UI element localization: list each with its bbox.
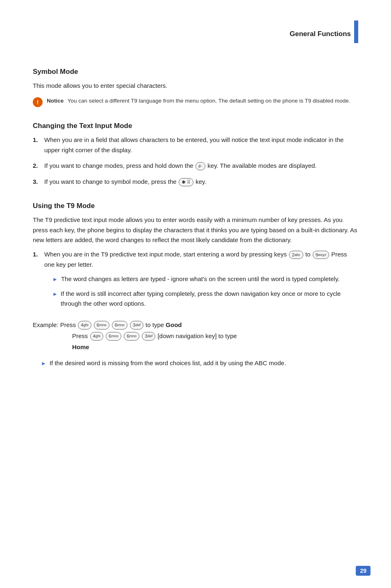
key-3def-2: 3def	[142, 332, 155, 340]
key-6mno-4: 6mno	[124, 332, 139, 340]
changing-input-list: 1. When you are in a field that allows c…	[33, 135, 358, 187]
notice-box: ! Notice You can select a different T9 l…	[33, 97, 358, 107]
bullet-arrow-icon: ►	[52, 290, 57, 299]
example-word-home: Home	[72, 343, 89, 350]
list-content-t9-1: When you are in the T9 predictive text i…	[44, 249, 358, 313]
example-word-good: Good	[166, 321, 182, 328]
example-block: Example: Press 4ghi 6mno 6mno 3def to ty…	[33, 319, 358, 352]
key-3def-1: 3def	[130, 321, 143, 329]
bullet-text-last: If the desired word is missing from the …	[50, 358, 286, 368]
bullet-text-1: The word changes as letters are typed - …	[61, 274, 340, 284]
list-item: 2. If you want to change modes, press an…	[33, 161, 358, 171]
list-item: 1. When you are in a field that allows c…	[33, 135, 358, 156]
bullet-text-2: If the word is still incorrect after typ…	[61, 289, 358, 309]
key-6mno-3: 6mno	[106, 332, 121, 340]
list-num-2: 2.	[33, 161, 41, 171]
key-4ghi-2: 4ghi	[90, 332, 103, 340]
key-4ghi-1: 4ghi	[78, 321, 91, 329]
key-6mno-2: 6mno	[112, 321, 127, 329]
bullet-arrow-icon: ►	[52, 275, 58, 284]
t9-mode-description: The T9 predictive text input mode allows…	[33, 215, 358, 245]
t9-list: 1. When you are in the T9 predictive tex…	[33, 249, 358, 313]
page-header: General Functions	[33, 25, 358, 43]
example-label: Example: Press	[33, 321, 77, 328]
header-accent-bar	[354, 21, 358, 43]
t9-mode-title: Using the T9 Mode	[33, 202, 358, 210]
key-6mno-1: 6mno	[94, 321, 109, 329]
example-type-1: to type	[145, 321, 166, 328]
example-bracket-text: [down navigation key] to type	[157, 332, 236, 339]
list-item: 3. If you want to change to symbol mode,…	[33, 177, 358, 187]
star-key: ✱︎ ⠿	[179, 178, 193, 186]
notice-text-body: You can select a different T9 language f…	[68, 98, 350, 104]
t9-bullets: ► The word changes as letters are typed …	[52, 274, 358, 309]
bullet-item: ► If the word is still incorrect after t…	[52, 289, 358, 309]
notice-icon: !	[33, 97, 43, 107]
bullet-arrow-icon: ►	[41, 359, 46, 368]
notice-label: Notice	[47, 98, 64, 104]
list-item: 1. When you are in the T9 predictive tex…	[33, 249, 358, 313]
notice-content: Notice You can select a different T9 lan…	[47, 97, 350, 105]
list-num-t9-1: 1.	[33, 249, 41, 260]
symbol-mode-title: Symbol Mode	[33, 68, 358, 76]
page-container: General Functions Symbol Mode This mode …	[0, 0, 391, 588]
key-9wxyz: 9wxyz	[313, 251, 329, 259]
list-num-3: 3.	[33, 177, 41, 187]
page-number: 29	[356, 566, 371, 576]
t9-mode-section: Using the T9 Mode The T9 predictive text…	[33, 202, 358, 368]
list-num-1: 1.	[33, 135, 41, 145]
changing-input-title: Changing the Text Input Mode	[33, 122, 358, 130]
list-content-1: When you are in a field that allows char…	[44, 135, 358, 156]
key-2abc: 2abc	[289, 251, 303, 259]
bullet-item-last: ► If the desired word is missing from th…	[41, 358, 358, 368]
list-content-2: If you want to change modes, press and h…	[44, 161, 358, 171]
list-content-3: If you want to change to symbol mode, pr…	[44, 177, 358, 187]
header-title: General Functions	[290, 30, 351, 38]
press-label: Press	[72, 332, 90, 339]
symbol-mode-description: This mode allows you to enter special ch…	[33, 81, 358, 91]
changing-input-section: Changing the Text Input Mode 1. When you…	[33, 122, 358, 187]
last-bullet-list: ► If the desired word is missing from th…	[41, 358, 358, 368]
bullet-item: ► The word changes as letters are typed …	[52, 274, 358, 284]
hash-key: #↑	[196, 162, 205, 170]
symbol-mode-section: Symbol Mode This mode allows you to ente…	[33, 68, 358, 107]
